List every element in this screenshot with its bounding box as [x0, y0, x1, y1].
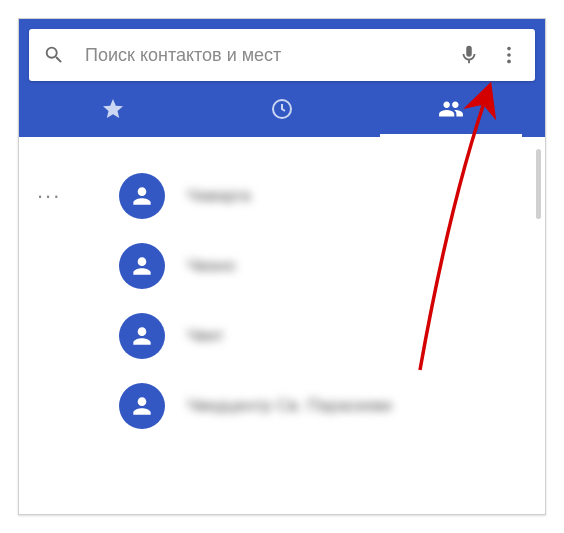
- contact-name: Чаварга: [187, 186, 251, 206]
- contact-name: Чвано: [187, 256, 235, 276]
- section-overflow-icon[interactable]: ···: [37, 183, 61, 209]
- tab-favorites[interactable]: [29, 81, 198, 137]
- search-placeholder: Поиск контактов и мест: [65, 45, 449, 66]
- mic-icon[interactable]: [449, 35, 489, 75]
- clock-icon: [270, 97, 294, 121]
- svg-point-1: [507, 53, 511, 57]
- list-item[interactable]: Чвано: [19, 231, 545, 301]
- avatar: [119, 173, 165, 219]
- list-item[interactable]: Чведцентр Св. Параскеви: [19, 371, 545, 441]
- tabs: [29, 81, 535, 137]
- avatar: [119, 383, 165, 429]
- header: Поиск контактов и мест: [19, 19, 545, 137]
- search-icon: [43, 44, 65, 66]
- contact-name: Чведцентр Св. Параскеви: [187, 396, 392, 416]
- search-bar[interactable]: Поиск контактов и мест: [29, 29, 535, 81]
- star-icon: [101, 97, 125, 121]
- svg-point-2: [507, 60, 511, 64]
- people-icon: [438, 96, 464, 122]
- list-item[interactable]: Чаварга: [19, 161, 545, 231]
- avatar: [119, 313, 165, 359]
- more-vert-icon[interactable]: [489, 35, 529, 75]
- scrollbar-thumb[interactable]: [536, 149, 541, 219]
- contact-name: Чвет: [187, 326, 224, 346]
- list-item[interactable]: Чвет: [19, 301, 545, 371]
- app-frame: Поиск контактов и мест: [18, 18, 546, 515]
- contacts-list: ··· Чаварга Чвано Чвет Чведцентр Св. Пар…: [19, 137, 545, 504]
- tab-recent[interactable]: [198, 81, 367, 137]
- avatar: [119, 243, 165, 289]
- svg-point-0: [507, 47, 511, 51]
- tab-contacts[interactable]: [366, 81, 535, 137]
